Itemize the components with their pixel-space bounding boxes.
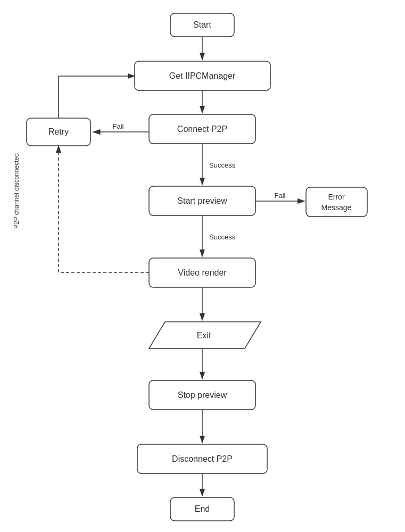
retry-label: Retry <box>48 127 69 136</box>
end-label: End <box>195 504 210 513</box>
fail2-label: Fail <box>275 192 286 200</box>
get-ipc-label: Get IIPCManager <box>169 71 236 80</box>
exit-label: Exit <box>197 331 211 340</box>
start-preview-label: Start preview <box>177 196 227 205</box>
error-message-label: Error <box>328 193 344 201</box>
disconnect-p2p-label: Disconnect P2P <box>172 454 233 463</box>
error-message-node <box>306 187 367 217</box>
success1-label: Success <box>209 161 236 169</box>
success2-label: Success <box>209 233 236 241</box>
stop-preview-label: Stop preview <box>178 390 227 400</box>
p2p-disconnected-label: P2P channel disconnected <box>13 153 20 229</box>
start-label: Start <box>193 20 211 29</box>
connect-p2p-label: Connect P2P <box>177 124 227 134</box>
error-message-label2: Message <box>321 203 352 212</box>
fail1-label: Fail <box>113 122 124 130</box>
video-render-label: Video render <box>178 268 227 277</box>
